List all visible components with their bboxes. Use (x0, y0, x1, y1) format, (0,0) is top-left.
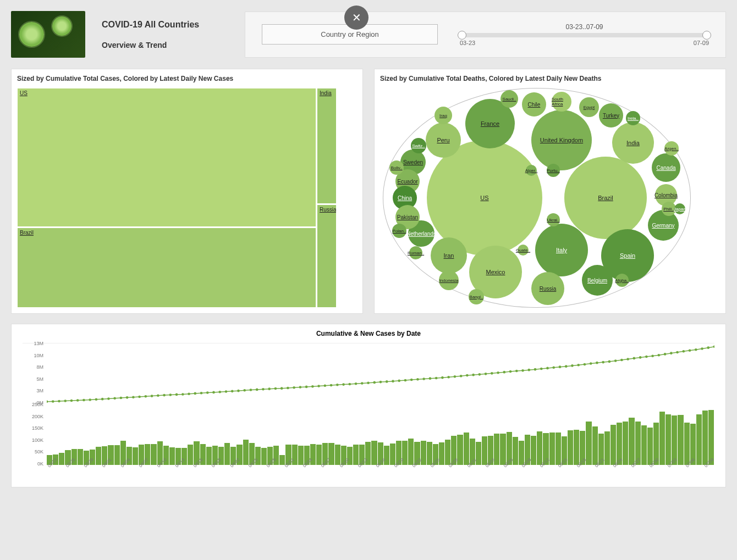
bubble[interactable]: Roman.. (409, 246, 422, 259)
bar[interactable] (647, 428, 653, 465)
bubble[interactable]: Italy (535, 224, 588, 276)
bar[interactable] (641, 425, 647, 465)
bubble[interactable]: Iraq (435, 107, 452, 124)
bar[interactable] (500, 434, 505, 465)
date-range-slider[interactable]: 03-23..07-09 03-23 07-09 (460, 23, 709, 46)
bar[interactable] (568, 430, 573, 465)
bubble[interactable]: Belgium (582, 265, 613, 296)
bar[interactable] (408, 439, 414, 465)
bar[interactable] (666, 414, 671, 465)
bubble[interactable]: United Kingdom (531, 110, 592, 170)
bubble[interactable]: Japan (674, 203, 685, 214)
y-tick-label: 10M (23, 353, 43, 358)
bar[interactable] (169, 447, 175, 465)
bubble[interactable]: South Africa (552, 92, 571, 112)
bubble[interactable]: Argen.. (664, 141, 679, 156)
bubble[interactable]: Afgha.. (615, 274, 629, 287)
bar[interactable] (188, 445, 193, 465)
svg-point-10 (107, 397, 110, 400)
svg-point-53 (373, 381, 376, 384)
bar[interactable] (371, 441, 377, 465)
y-tick-label: 200K (23, 414, 43, 419)
bar[interactable] (316, 445, 322, 465)
treemap-cell[interactable]: US (17, 88, 316, 227)
bubble[interactable]: Canada (652, 153, 680, 182)
bar[interactable] (353, 445, 359, 465)
treemap-chart[interactable]: USBrazilIndiaRussia (17, 88, 357, 308)
bar[interactable] (659, 412, 665, 465)
bubble[interactable]: Peru (426, 123, 461, 158)
svg-point-46 (330, 384, 333, 387)
bubble[interactable]: Boliv.. (389, 160, 404, 175)
bubble[interactable]: Indonesia (439, 270, 459, 290)
svg-point-8 (95, 398, 98, 401)
bar[interactable] (629, 418, 634, 465)
bubble[interactable]: Saudi.. (501, 90, 518, 108)
bubble[interactable]: Russia (531, 272, 564, 305)
bubble[interactable]: Iran (431, 237, 467, 274)
bubble[interactable]: Bangl.. (469, 289, 484, 304)
bar[interactable] (427, 442, 432, 465)
bar[interactable] (464, 433, 469, 465)
bubble[interactable]: Chile (522, 92, 546, 117)
bar[interactable] (482, 436, 487, 465)
bubble[interactable]: Egypt (579, 97, 599, 117)
bubble[interactable]: Switz.. (411, 138, 426, 153)
svg-point-32 (243, 389, 246, 392)
bar[interactable] (604, 431, 610, 465)
bar[interactable] (519, 441, 524, 465)
slider-handle-start[interactable] (458, 31, 466, 40)
svg-point-103 (682, 350, 685, 353)
bubble[interactable]: Alger.. (526, 165, 537, 176)
bar[interactable] (206, 447, 212, 465)
slider-handle-end[interactable] (702, 31, 711, 40)
bar[interactable] (151, 444, 156, 465)
bubble[interactable]: Polan.. (392, 224, 406, 238)
bar[interactable] (298, 446, 304, 465)
bubble[interactable]: Germany (648, 210, 679, 241)
bar[interactable] (335, 445, 340, 465)
bubble[interactable]: Guate.. (518, 245, 529, 256)
bar[interactable] (96, 447, 101, 465)
treemap-cell[interactable]: India (317, 88, 337, 204)
daily-bar-chart[interactable]: 250K200K150K100K50K0K (23, 404, 714, 465)
slider-track[interactable] (460, 33, 709, 37)
cumulative-line-chart[interactable]: 13M10M8M5M3M0M (23, 343, 714, 403)
bubble[interactable]: Ukrai.. (547, 213, 560, 226)
bar[interactable] (623, 422, 628, 465)
svg-point-62 (429, 377, 432, 380)
bar[interactable] (243, 440, 249, 465)
bar[interactable] (574, 430, 579, 465)
bubble[interactable]: Brazil (564, 157, 647, 239)
bar[interactable] (702, 411, 708, 465)
bar[interactable] (592, 426, 598, 465)
bubble[interactable]: India (612, 122, 654, 164)
treemap-cell[interactable]: Brazil (17, 228, 316, 308)
bar[interactable] (224, 443, 230, 465)
bar[interactable] (556, 433, 561, 465)
svg-point-95 (633, 357, 636, 360)
treemap-cell[interactable]: Russia (317, 204, 337, 308)
bubble-chart[interactable]: USBrazilUnited KingdomItalyMexicoFranceS… (380, 88, 694, 308)
y-tick-label: 13M (23, 341, 43, 346)
bar[interactable] (445, 440, 450, 465)
bar[interactable] (586, 422, 591, 465)
svg-point-2 (58, 400, 61, 403)
slider-start-label: 03-23 (460, 40, 475, 46)
bar[interactable] (696, 414, 702, 465)
page-subtitle: Overview & Trend (102, 41, 228, 49)
bar[interactable] (390, 443, 395, 465)
bar[interactable] (114, 445, 120, 465)
bar[interactable] (537, 431, 542, 465)
svg-point-44 (317, 385, 320, 387)
bubble[interactable]: Turkey (599, 103, 623, 127)
bar[interactable] (610, 425, 616, 465)
bubble[interactable]: Irela.. (626, 111, 640, 125)
bar[interactable] (678, 415, 683, 465)
bar[interactable] (684, 423, 690, 465)
svg-point-81 (546, 367, 549, 370)
line-svg (47, 343, 714, 403)
close-filter-button[interactable]: ✕ (344, 5, 369, 30)
bubble[interactable]: Portu.. (547, 164, 560, 177)
svg-point-102 (676, 351, 679, 354)
